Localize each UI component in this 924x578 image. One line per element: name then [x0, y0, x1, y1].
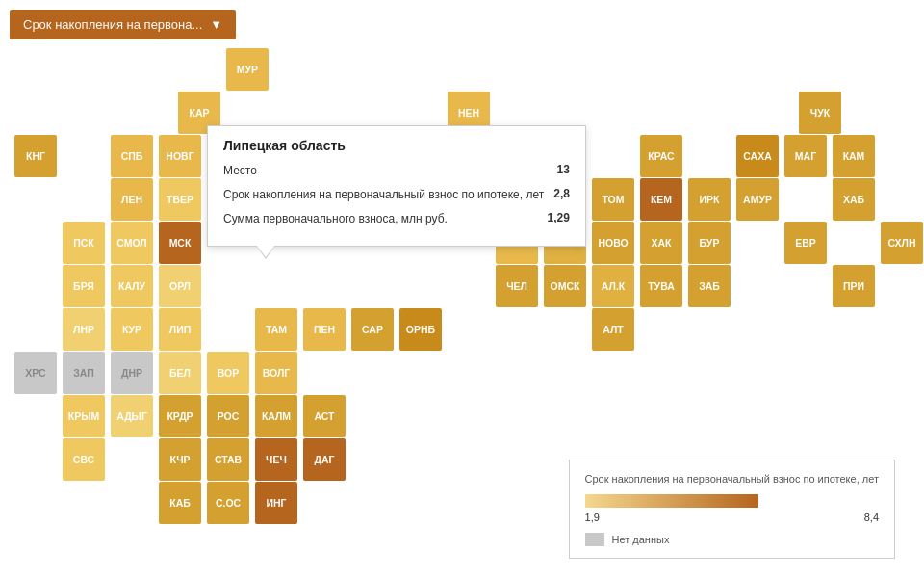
legend: Срок накопления на первоначальный взнос … [569, 460, 895, 559]
map-cell-кчр[interactable]: КЧР [159, 438, 201, 481]
map-cell-омск[interactable]: ОМСК [544, 265, 586, 307]
legend-range: 1,9 8,4 [585, 512, 879, 523]
map-cell-ал.к[interactable]: АЛ.К [592, 265, 634, 307]
map-cell-пск[interactable]: ПСК [63, 222, 105, 264]
map-cell-маг[interactable]: МАГ [784, 135, 827, 177]
map-cell-бур[interactable]: БУР [688, 222, 731, 264]
map-cell-лен[interactable]: ЛЕН [111, 178, 153, 221]
legend-max: 8,4 [864, 512, 879, 523]
map-cell-крас[interactable]: КРАС [640, 135, 682, 177]
map-cell-крым[interactable]: КРЫМ [63, 395, 105, 437]
map-cell-вор[interactable]: ВОР [207, 352, 249, 394]
map-cell-инг[interactable]: ИНГ [255, 482, 297, 524]
map-cell-каб[interactable]: КАБ [159, 482, 201, 524]
tooltip-label-2: Сумма первоначального взноса, млн руб. [223, 211, 548, 227]
map-cell-орл[interactable]: ОРЛ [159, 265, 201, 307]
map-cell-чел[interactable]: ЧЕЛ [496, 265, 538, 307]
map-cell-пен[interactable]: ПЕН [303, 308, 346, 351]
map-cell-хаб[interactable]: ХАБ [833, 178, 875, 221]
map-cell-даг[interactable]: ДАГ [303, 438, 346, 481]
tooltip-value-2: 1,29 [548, 211, 570, 224]
tooltip-row-0: Место 13 [223, 163, 570, 179]
map-cell-калм[interactable]: КАЛМ [255, 395, 297, 437]
tooltip-row-1: Срок накопления на первоначальный взнос … [223, 187, 570, 203]
map-cell-твер[interactable]: ТВЕР [159, 178, 201, 221]
tooltip-title: Липецкая область [223, 138, 570, 153]
map-cell-мур[interactable]: МУР [226, 48, 269, 91]
tooltip: Липецкая область Место 13 Срок накоплени… [207, 125, 586, 247]
legend-gradient [585, 494, 758, 508]
tooltip-pointer-inner [256, 245, 275, 257]
map-cell-хрс[interactable]: ХРС [14, 352, 57, 394]
map-cell-сар[interactable]: САР [351, 308, 394, 351]
tooltip-value-0: 13 [557, 163, 570, 176]
map-cell-мск[interactable]: МСК [159, 222, 201, 264]
legend-nodata: Нет данных [585, 533, 879, 546]
map-cell-бел[interactable]: БЕЛ [159, 352, 201, 394]
map-cell-кам[interactable]: КАМ [833, 135, 875, 177]
map-cell-ново[interactable]: НОВО [592, 222, 634, 264]
legend-nodata-box [585, 533, 604, 546]
map-cell-волг[interactable]: ВОЛГ [255, 352, 297, 394]
map-cell-лнр[interactable]: ЛНР [63, 308, 105, 351]
tooltip-row-2: Сумма первоначального взноса, млн руб. 1… [223, 211, 570, 227]
tooltip-label-0: Место [223, 163, 557, 179]
map-cell-кнг[interactable]: КНГ [14, 135, 57, 177]
legend-min: 1,9 [585, 512, 600, 523]
map-cell-амур[interactable]: АМУР [736, 178, 779, 221]
map-cell-спб[interactable]: СПБ [111, 135, 153, 177]
map-cell-крдр[interactable]: КРДР [159, 395, 201, 437]
map-cell-днр[interactable]: ДНР [111, 352, 153, 394]
map-cell-с.ос[interactable]: С.ОС [207, 482, 249, 524]
map-cell-адыг[interactable]: АДЫГ [111, 395, 153, 437]
tooltip-label-1: Срок накопления на первоначальный взнос … [223, 187, 553, 203]
map-cell-кем[interactable]: КЕМ [640, 178, 682, 221]
map-cell-калу[interactable]: КАЛУ [111, 265, 153, 307]
map-cell-орнб[interactable]: ОРНБ [399, 308, 442, 351]
map-cell-алт[interactable]: АЛТ [592, 308, 634, 351]
map-cell-том[interactable]: ТОМ [592, 178, 634, 221]
dropdown-button[interactable]: Срок накопления на первона... ▼ [10, 10, 236, 39]
map-cell-бря[interactable]: БРЯ [63, 265, 105, 307]
map-cell-кур[interactable]: КУР [111, 308, 153, 351]
dropdown-label: Срок накопления на первона... [23, 17, 202, 32]
map-cell-схлн[interactable]: СХЛН [881, 222, 923, 264]
map-cell-хак[interactable]: ХАК [640, 222, 682, 264]
map-cell-смол[interactable]: СМОЛ [111, 222, 153, 264]
chevron-down-icon: ▼ [210, 17, 222, 32]
map-cell-саха[interactable]: САХА [736, 135, 779, 177]
map-cell-заб[interactable]: ЗАБ [688, 265, 731, 307]
map-cell-рос[interactable]: РОС [207, 395, 249, 437]
legend-nodata-label: Нет данных [612, 534, 670, 545]
map-cell-лип[interactable]: ЛИП [159, 308, 201, 351]
map-cell-зап[interactable]: ЗАП [63, 352, 105, 394]
map-cell-ирк[interactable]: ИРК [688, 178, 731, 221]
map-cell-при[interactable]: ПРИ [833, 265, 875, 307]
map-cell-свс[interactable]: СВС [63, 438, 105, 481]
map-cell-евр[interactable]: ЕВР [784, 222, 827, 264]
legend-title: Срок накопления на первоначальный взнос … [585, 472, 879, 486]
tooltip-value-1: 2,8 [553, 187, 570, 200]
map-cell-чеч[interactable]: ЧЕЧ [255, 438, 297, 481]
map-cell-тува[interactable]: ТУВА [640, 265, 682, 307]
map-cell-став[interactable]: СТАВ [207, 438, 249, 481]
map-cell-аст[interactable]: АСТ [303, 395, 346, 437]
map-cell-новг[interactable]: НОВГ [159, 135, 201, 177]
map-cell-чук[interactable]: ЧУК [799, 92, 841, 134]
map-cell-там[interactable]: ТАМ [255, 308, 297, 351]
